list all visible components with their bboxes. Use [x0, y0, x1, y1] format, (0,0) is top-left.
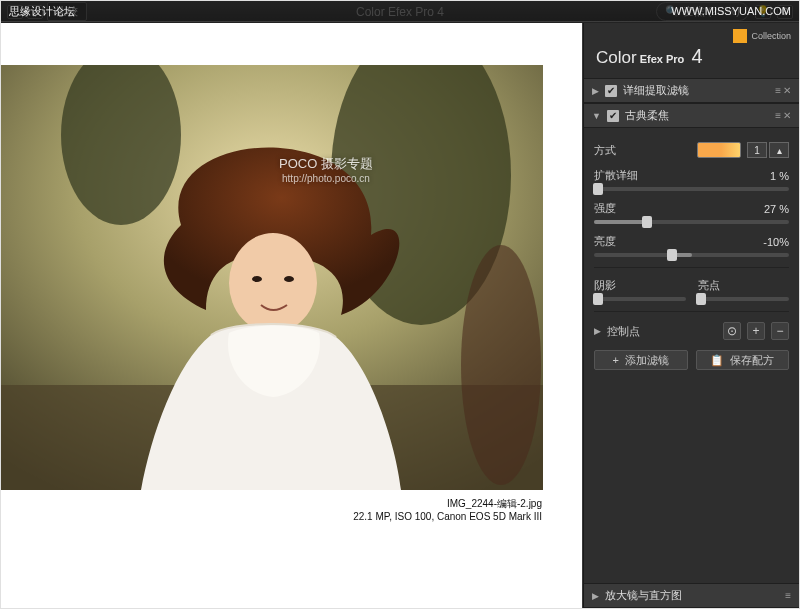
- plus-icon: +: [613, 354, 619, 366]
- strength-label: 强度: [594, 201, 616, 216]
- brightness-slider[interactable]: [594, 253, 789, 257]
- diffuse-slider[interactable]: [594, 187, 789, 191]
- svg-point-7: [284, 276, 294, 282]
- add-filter-button[interactable]: +添加滤镜: [594, 350, 688, 370]
- svg-point-5: [229, 233, 317, 333]
- external-watermark: 思缘设计论坛 WWW.MISSYUAN.COM: [1, 1, 799, 21]
- filter-close-icon[interactable]: ✕: [783, 110, 791, 121]
- strength-slider[interactable]: [594, 220, 789, 224]
- method-preview-swatch[interactable]: [697, 142, 741, 158]
- nik-logo-icon: [733, 29, 747, 43]
- photo-preview[interactable]: POCO 摄影专题 http://photo.poco.cn: [1, 65, 543, 490]
- meta-label: 22.1 MP, ISO 100, Canon EOS 5D Mark III: [353, 510, 542, 523]
- photo-watermark: POCO 摄影专题 http://photo.poco.cn: [279, 155, 373, 184]
- diffuse-value: 1 %: [770, 170, 789, 182]
- section-menu-icon[interactable]: ≡: [785, 590, 791, 601]
- brightness-label: 亮度: [594, 234, 616, 249]
- filter-close-icon[interactable]: ✕: [783, 85, 791, 96]
- shadow-slider[interactable]: [594, 297, 686, 301]
- filter-enable-checkbox[interactable]: ✔: [605, 85, 617, 97]
- method-label: 方式: [594, 143, 616, 158]
- control-point-plus-button[interactable]: +: [747, 322, 765, 340]
- add-control-point-icon[interactable]: ⊙: [723, 322, 741, 340]
- save-recipe-button[interactable]: 📋保存配方: [696, 350, 790, 370]
- filter-section-classic-soft[interactable]: ▼ ✔ 古典柔焦 ≡✕: [584, 103, 799, 128]
- control-point-minus-button[interactable]: −: [771, 322, 789, 340]
- strength-value: 27 %: [764, 203, 789, 215]
- filter-label: 详细提取滤镜: [623, 83, 689, 98]
- loupe-histogram-section[interactable]: ▶ 放大镜与直方图 ≡: [584, 583, 799, 608]
- chevron-right-icon: ▶: [592, 591, 599, 601]
- chevron-right-icon[interactable]: ▶: [594, 326, 601, 336]
- right-panel: Collection Color Efex Pro 4 ▶ ✔ 详细提取滤镜 ≡…: [583, 23, 799, 608]
- filter-enable-checkbox[interactable]: ✔: [607, 110, 619, 122]
- nik-collection-badge: Collection: [733, 29, 791, 43]
- chevron-down-icon: ▼: [592, 111, 601, 121]
- brightness-value: -10%: [763, 236, 789, 248]
- shadow-label: 阴影: [594, 278, 686, 293]
- highlight-slider[interactable]: [698, 297, 790, 301]
- filename-label: IMG_2244-编辑-2.jpg: [353, 497, 542, 510]
- svg-point-6: [252, 276, 262, 282]
- chevron-right-icon: ▶: [592, 86, 599, 96]
- filter-section-detail-extract[interactable]: ▶ ✔ 详细提取滤镜 ≡✕: [584, 78, 799, 103]
- method-value[interactable]: 1: [747, 142, 767, 158]
- watermark-right: WWW.MISSYUAN.COM: [671, 5, 791, 17]
- filter-label: 古典柔焦: [625, 108, 669, 123]
- save-icon: 📋: [710, 354, 724, 367]
- filter-menu-icon[interactable]: ≡: [775, 85, 781, 96]
- control-points-label: 控制点: [607, 324, 640, 339]
- filter-menu-icon[interactable]: ≡: [775, 110, 781, 121]
- highlight-label: 亮点: [698, 278, 790, 293]
- diffuse-label: 扩散详细: [594, 168, 638, 183]
- loupe-histogram-label: 放大镜与直方图: [605, 588, 682, 603]
- canvas-area: POCO 摄影专题 http://photo.poco.cn IMG_2244-…: [1, 23, 582, 608]
- method-step-up-icon[interactable]: ▴: [769, 142, 789, 158]
- svg-point-4: [461, 245, 541, 485]
- image-caption: IMG_2244-编辑-2.jpg 22.1 MP, ISO 100, Cano…: [353, 497, 542, 523]
- watermark-left: 思缘设计论坛: [9, 4, 75, 19]
